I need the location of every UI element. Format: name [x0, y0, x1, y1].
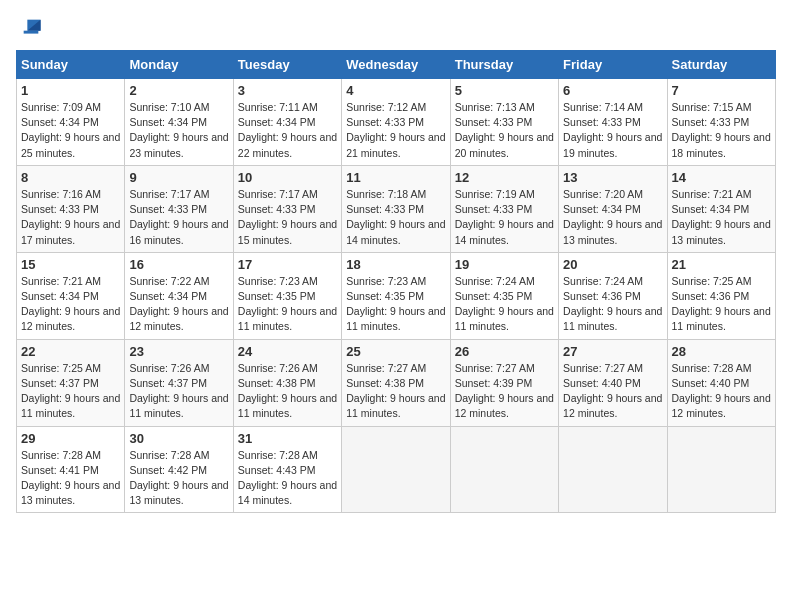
day-info: Sunrise: 7:24 AM Sunset: 4:36 PM Dayligh… — [563, 274, 662, 335]
daylight-label: Daylight: 9 hours and 17 minutes. — [21, 218, 120, 245]
day-info: Sunrise: 7:28 AM Sunset: 4:41 PM Dayligh… — [21, 448, 120, 509]
col-header-friday: Friday — [559, 51, 667, 79]
calendar-cell: 8 Sunrise: 7:16 AM Sunset: 4:33 PM Dayli… — [17, 165, 125, 252]
sunrise-label: Sunrise: 7:23 AM — [346, 275, 426, 287]
daylight-label: Daylight: 9 hours and 12 minutes. — [672, 392, 771, 419]
sunset-label: Sunset: 4:33 PM — [238, 203, 316, 215]
sunset-label: Sunset: 4:34 PM — [21, 116, 99, 128]
day-info: Sunrise: 7:25 AM Sunset: 4:36 PM Dayligh… — [672, 274, 771, 335]
day-number: 21 — [672, 257, 771, 272]
day-info: Sunrise: 7:26 AM Sunset: 4:37 PM Dayligh… — [129, 361, 228, 422]
day-number: 23 — [129, 344, 228, 359]
day-info: Sunrise: 7:21 AM Sunset: 4:34 PM Dayligh… — [21, 274, 120, 335]
sunrise-label: Sunrise: 7:28 AM — [21, 449, 101, 461]
daylight-label: Daylight: 9 hours and 13 minutes. — [563, 218, 662, 245]
sunrise-label: Sunrise: 7:28 AM — [672, 362, 752, 374]
calendar-cell: 6 Sunrise: 7:14 AM Sunset: 4:33 PM Dayli… — [559, 79, 667, 166]
day-number: 12 — [455, 170, 554, 185]
day-number: 31 — [238, 431, 337, 446]
daylight-label: Daylight: 9 hours and 18 minutes. — [672, 131, 771, 158]
calendar-cell — [559, 426, 667, 513]
col-header-monday: Monday — [125, 51, 233, 79]
daylight-label: Daylight: 9 hours and 11 minutes. — [672, 305, 771, 332]
daylight-label: Daylight: 9 hours and 20 minutes. — [455, 131, 554, 158]
day-number: 3 — [238, 83, 337, 98]
day-info: Sunrise: 7:24 AM Sunset: 4:35 PM Dayligh… — [455, 274, 554, 335]
calendar-week-1: 1 Sunrise: 7:09 AM Sunset: 4:34 PM Dayli… — [17, 79, 776, 166]
sunset-label: Sunset: 4:33 PM — [129, 203, 207, 215]
sunrise-label: Sunrise: 7:13 AM — [455, 101, 535, 113]
calendar-table: SundayMondayTuesdayWednesdayThursdayFrid… — [16, 50, 776, 513]
sunset-label: Sunset: 4:34 PM — [563, 203, 641, 215]
day-info: Sunrise: 7:11 AM Sunset: 4:34 PM Dayligh… — [238, 100, 337, 161]
day-number: 10 — [238, 170, 337, 185]
sunset-label: Sunset: 4:39 PM — [455, 377, 533, 389]
calendar-header-row: SundayMondayTuesdayWednesdayThursdayFrid… — [17, 51, 776, 79]
calendar-cell: 20 Sunrise: 7:24 AM Sunset: 4:36 PM Dayl… — [559, 252, 667, 339]
svg-rect-2 — [24, 31, 39, 34]
sunrise-label: Sunrise: 7:26 AM — [129, 362, 209, 374]
sunrise-label: Sunrise: 7:25 AM — [672, 275, 752, 287]
daylight-label: Daylight: 9 hours and 19 minutes. — [563, 131, 662, 158]
calendar-cell: 11 Sunrise: 7:18 AM Sunset: 4:33 PM Dayl… — [342, 165, 450, 252]
calendar-cell: 22 Sunrise: 7:25 AM Sunset: 4:37 PM Dayl… — [17, 339, 125, 426]
day-info: Sunrise: 7:23 AM Sunset: 4:35 PM Dayligh… — [346, 274, 445, 335]
day-info: Sunrise: 7:14 AM Sunset: 4:33 PM Dayligh… — [563, 100, 662, 161]
logo — [16, 16, 42, 38]
sunset-label: Sunset: 4:34 PM — [21, 290, 99, 302]
calendar-cell: 19 Sunrise: 7:24 AM Sunset: 4:35 PM Dayl… — [450, 252, 558, 339]
sunrise-label: Sunrise: 7:25 AM — [21, 362, 101, 374]
calendar-cell: 21 Sunrise: 7:25 AM Sunset: 4:36 PM Dayl… — [667, 252, 775, 339]
sunrise-label: Sunrise: 7:22 AM — [129, 275, 209, 287]
col-header-saturday: Saturday — [667, 51, 775, 79]
sunset-label: Sunset: 4:42 PM — [129, 464, 207, 476]
day-info: Sunrise: 7:12 AM Sunset: 4:33 PM Dayligh… — [346, 100, 445, 161]
sunrise-label: Sunrise: 7:17 AM — [238, 188, 318, 200]
daylight-label: Daylight: 9 hours and 12 minutes. — [563, 392, 662, 419]
sunrise-label: Sunrise: 7:27 AM — [563, 362, 643, 374]
day-number: 22 — [21, 344, 120, 359]
calendar-cell: 5 Sunrise: 7:13 AM Sunset: 4:33 PM Dayli… — [450, 79, 558, 166]
day-info: Sunrise: 7:28 AM Sunset: 4:40 PM Dayligh… — [672, 361, 771, 422]
daylight-label: Daylight: 9 hours and 14 minutes. — [455, 218, 554, 245]
day-number: 2 — [129, 83, 228, 98]
sunrise-label: Sunrise: 7:12 AM — [346, 101, 426, 113]
sunset-label: Sunset: 4:40 PM — [672, 377, 750, 389]
day-number: 25 — [346, 344, 445, 359]
sunrise-label: Sunrise: 7:28 AM — [129, 449, 209, 461]
sunset-label: Sunset: 4:34 PM — [129, 290, 207, 302]
sunrise-label: Sunrise: 7:11 AM — [238, 101, 318, 113]
daylight-label: Daylight: 9 hours and 12 minutes. — [455, 392, 554, 419]
day-info: Sunrise: 7:17 AM Sunset: 4:33 PM Dayligh… — [129, 187, 228, 248]
day-info: Sunrise: 7:17 AM Sunset: 4:33 PM Dayligh… — [238, 187, 337, 248]
day-info: Sunrise: 7:27 AM Sunset: 4:38 PM Dayligh… — [346, 361, 445, 422]
calendar-cell: 25 Sunrise: 7:27 AM Sunset: 4:38 PM Dayl… — [342, 339, 450, 426]
sunset-label: Sunset: 4:36 PM — [563, 290, 641, 302]
day-number: 9 — [129, 170, 228, 185]
sunset-label: Sunset: 4:41 PM — [21, 464, 99, 476]
sunset-label: Sunset: 4:33 PM — [672, 116, 750, 128]
day-number: 20 — [563, 257, 662, 272]
sunset-label: Sunset: 4:35 PM — [346, 290, 424, 302]
calendar-cell: 29 Sunrise: 7:28 AM Sunset: 4:41 PM Dayl… — [17, 426, 125, 513]
calendar-week-2: 8 Sunrise: 7:16 AM Sunset: 4:33 PM Dayli… — [17, 165, 776, 252]
calendar-cell: 2 Sunrise: 7:10 AM Sunset: 4:34 PM Dayli… — [125, 79, 233, 166]
day-info: Sunrise: 7:13 AM Sunset: 4:33 PM Dayligh… — [455, 100, 554, 161]
daylight-label: Daylight: 9 hours and 16 minutes. — [129, 218, 228, 245]
day-info: Sunrise: 7:19 AM Sunset: 4:33 PM Dayligh… — [455, 187, 554, 248]
day-info: Sunrise: 7:28 AM Sunset: 4:43 PM Dayligh… — [238, 448, 337, 509]
daylight-label: Daylight: 9 hours and 13 minutes. — [21, 479, 120, 506]
calendar-cell: 30 Sunrise: 7:28 AM Sunset: 4:42 PM Dayl… — [125, 426, 233, 513]
sunrise-label: Sunrise: 7:21 AM — [21, 275, 101, 287]
day-number: 30 — [129, 431, 228, 446]
day-info: Sunrise: 7:16 AM Sunset: 4:33 PM Dayligh… — [21, 187, 120, 248]
calendar-cell — [342, 426, 450, 513]
calendar-cell: 14 Sunrise: 7:21 AM Sunset: 4:34 PM Dayl… — [667, 165, 775, 252]
col-header-tuesday: Tuesday — [233, 51, 341, 79]
calendar-cell: 1 Sunrise: 7:09 AM Sunset: 4:34 PM Dayli… — [17, 79, 125, 166]
day-number: 28 — [672, 344, 771, 359]
sunset-label: Sunset: 4:37 PM — [129, 377, 207, 389]
sunrise-label: Sunrise: 7:19 AM — [455, 188, 535, 200]
calendar-cell: 23 Sunrise: 7:26 AM Sunset: 4:37 PM Dayl… — [125, 339, 233, 426]
day-info: Sunrise: 7:26 AM Sunset: 4:38 PM Dayligh… — [238, 361, 337, 422]
